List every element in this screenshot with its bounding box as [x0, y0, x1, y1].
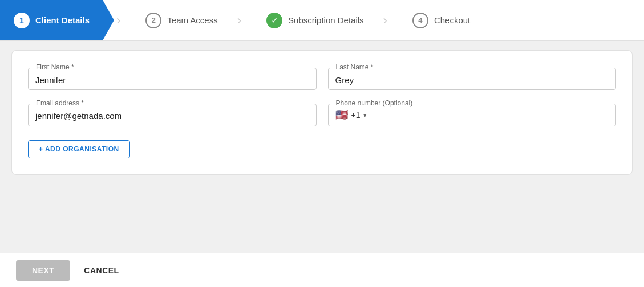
form-card: First Name * Jennifer Last Name * Grey E… [11, 50, 633, 175]
step-2-number: 2 [145, 13, 161, 28]
phone-code: +1 [351, 110, 361, 120]
first-name-value: Jennifer [35, 73, 309, 85]
phone-dropdown-icon[interactable]: ▾ [363, 112, 367, 119]
email-label: Email address * [34, 99, 86, 107]
add-org-row: + ADD ORGANISATION [28, 140, 616, 158]
step-1-label: Client Details [35, 15, 90, 25]
step-4-number: 4 [412, 13, 428, 28]
step-3-label: Subscription Details [288, 15, 364, 25]
step-2-label: Team Access [167, 15, 217, 25]
step-3-check-icon: ✓ [266, 13, 282, 28]
flag-icon: 🇺🇸 [335, 109, 348, 121]
next-button[interactable]: NEXT [16, 260, 70, 281]
first-name-field[interactable]: First Name * Jennifer [28, 68, 317, 90]
last-name-field[interactable]: Last Name * Grey [328, 68, 617, 90]
step-1-number: 1 [14, 13, 30, 28]
name-row: First Name * Jennifer Last Name * Grey [28, 68, 616, 90]
email-value: jennifer@getnada.com [35, 109, 309, 121]
contact-row: Email address * jennifer@getnada.com Pho… [28, 104, 616, 126]
step-arrow-2: › [235, 13, 244, 28]
step-subscription-details[interactable]: ✓ Subscription Details [244, 0, 381, 40]
add-organisation-button[interactable]: + ADD ORGANISATION [28, 140, 130, 158]
footer: NEXT CANCEL [0, 253, 644, 287]
step-4-label: Checkout [434, 15, 470, 25]
step-arrow-1: › [114, 13, 123, 28]
main-content: First Name * Jennifer Last Name * Grey E… [0, 41, 644, 253]
cancel-button[interactable]: CANCEL [84, 266, 119, 275]
step-checkout[interactable]: 4 Checkout [390, 0, 487, 40]
stepper: 1 Client Details › 2 Team Access › ✓ Sub… [0, 0, 644, 41]
last-name-value: Grey [335, 73, 609, 85]
phone-field[interactable]: Phone number (Optional) 🇺🇸 +1 ▾ [328, 104, 617, 126]
email-field[interactable]: Email address * jennifer@getnada.com [28, 104, 317, 126]
first-name-label: First Name * [34, 63, 76, 71]
phone-label: Phone number (Optional) [334, 99, 415, 107]
step-arrow-3: › [381, 13, 390, 28]
last-name-label: Last Name * [334, 63, 375, 71]
step-client-details[interactable]: 1 Client Details [0, 0, 114, 40]
step-team-access[interactable]: 2 Team Access [123, 0, 234, 40]
